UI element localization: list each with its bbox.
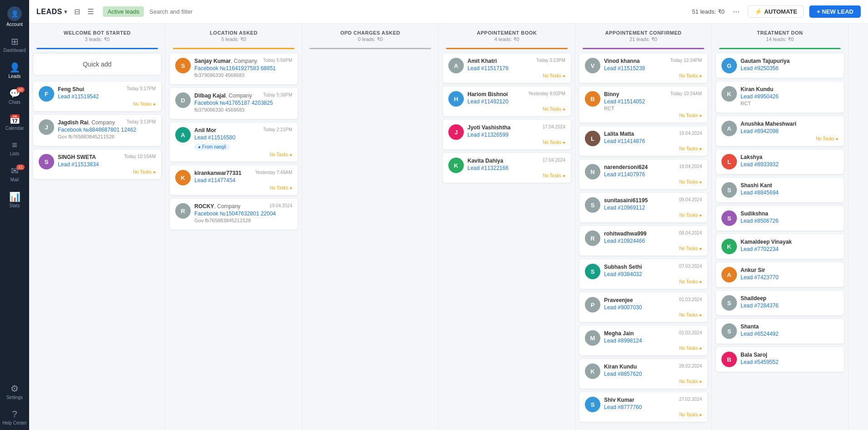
sidebar-item-chats[interactable]: 💬 40 Chats: [0, 83, 29, 109]
card-time: Today 10:16AM: [124, 154, 156, 159]
list-item[interactable]: J Jyoti Vashishtha 17.04.2024 Lead #1132…: [442, 119, 571, 150]
sidebar-item-help[interactable]: ? Help Center: [0, 404, 29, 430]
card-time: 08.04.2024: [679, 230, 702, 235]
list-item[interactable]: G Gautam Tajupuriya Lead #9250356: [716, 53, 844, 78]
list-item[interactable]: P Praveenjee 01.03.2024 Lead #9007030 No…: [579, 292, 708, 322]
sidebar-item-dashboard[interactable]: ⊞ Dashboard: [0, 31, 29, 57]
card-sub: fb379086330 4568683: [194, 107, 292, 113]
list-item[interactable]: B Binny Today 10:34AM Lead #11514052 RCT…: [579, 86, 708, 123]
list-item[interactable]: S Shiv Kumar 27.02.2024 Lead #8777760 No…: [579, 392, 708, 422]
card-time: 19.04.2024: [269, 203, 292, 208]
list-item[interactable]: K Kiran Kundu 28.02.2024 Lead #8857620 N…: [579, 358, 708, 389]
card-lead: Lead #8777760: [604, 404, 702, 410]
card-footer: No Tasks ●: [604, 146, 702, 151]
list-item[interactable]: S sunitasaini61195 09.04.2024 Lead #1096…: [579, 192, 708, 223]
list-item[interactable]: L Lalita Matta 19.04.2024 Lead #11414876…: [579, 126, 708, 156]
card-inner: S Sanjay Kumar, Company Today 5:56PM Fac…: [175, 58, 292, 80]
list-item[interactable]: S SINGH SWETA Today 10:16AM Lead #115138…: [33, 149, 162, 179]
avatar: D: [175, 92, 191, 108]
dashboard-icon: ⊞: [11, 36, 19, 47]
list-item[interactable]: S Subhash Sethi 07.03.2024 Lead #9384032…: [579, 259, 708, 289]
card-name: Kiran Kundu: [741, 86, 773, 92]
card-time: Today 5:56PM: [263, 58, 292, 63]
search-input[interactable]: [149, 8, 686, 15]
list-item[interactable]: S Sanjay Kumar, Company Today 5:56PM Fac…: [169, 53, 298, 85]
card-time: Today 5:38PM: [263, 92, 292, 97]
list-item[interactable]: K Kiran Kundu Lead #8950426 RCT: [716, 81, 844, 113]
list-item[interactable]: S Sudikshna Lead #8506726: [716, 205, 844, 231]
sidebar-item-leads[interactable]: 👤 Leads: [0, 57, 29, 83]
list-item[interactable]: K Kamaldeep Vinayak Lead #7702234: [716, 234, 844, 259]
list-item[interactable]: F Feng Shui Today 5:17PM Lead #11519542 …: [33, 81, 162, 112]
list-item[interactable]: B Bala Saroj Lead #5459552: [716, 347, 844, 372]
more-options-button[interactable]: ···: [730, 6, 742, 17]
card-inner: A Amit Khatri Today 3:23PM Lead #1151717…: [448, 58, 565, 78]
list-item[interactable]: R rohitwadhwa999 08.04.2024 Lead #109244…: [579, 225, 708, 256]
quick-add-card[interactable]: Quick add: [33, 53, 162, 76]
card-footer: No Tasks ●: [467, 173, 565, 178]
card-inner: A Anushka Maheshwari Lead #8942098 No Ta…: [721, 121, 838, 141]
avatar: K: [175, 170, 191, 185]
list-item[interactable]: R ROCKY, Company 19.04.2024 Facebook №15…: [169, 198, 298, 230]
card-content: Feng Shui Today 5:17PM Lead #11519542 No…: [58, 86, 156, 107]
automate-button[interactable]: ⚡ AUTOMATE: [748, 5, 804, 18]
card-header: Shiv Kumar 27.02.2024: [604, 397, 702, 403]
card-footer: No Tasks ●: [58, 102, 156, 107]
kanban-view-button[interactable]: ⊟: [72, 5, 82, 18]
card-content: Anil Mor Today 2:21PM Lead #11516580 ●Fr…: [194, 127, 292, 157]
menu-view-button[interactable]: ☰: [86, 5, 96, 18]
avatar: R: [585, 230, 600, 246]
list-item[interactable]: A Ankur Sir Lead #7423770: [716, 262, 844, 287]
no-tasks: No Tasks ●: [543, 140, 565, 145]
card-lead: Lead #11322166: [467, 165, 565, 171]
list-item[interactable]: V Vinod khanna Today 12:34PM Lead #11515…: [579, 53, 708, 83]
card-sub: Gov fb765883845211528: [58, 134, 156, 139]
card-inner: K Kamaldeep Vinayak Lead #7702234: [721, 239, 838, 254]
card-footer: No Tasks ●: [604, 312, 702, 317]
list-item[interactable]: N narendersoni624 19.04.2024 Lead #11407…: [579, 159, 708, 189]
list-item[interactable]: A Anushka Maheshwari Lead #8942098 No Ta…: [716, 116, 844, 146]
new-lead-button[interactable]: + NEW LEAD: [809, 5, 861, 18]
avatar: K: [448, 158, 464, 173]
column-title: OPD CHARGES ASKED: [310, 30, 431, 36]
list-item[interactable]: K kirankanwar77331 Yesterday 7:48AM Lead…: [169, 165, 298, 195]
column-subtitle: 3 leads: ₹0: [36, 36, 158, 42]
list-item[interactable]: J Jagdish Rai, Company Today 3:13PM Face…: [33, 114, 162, 146]
card-content: Vinod khanna Today 12:34PM Lead #1151523…: [604, 58, 702, 78]
card-footer: No Tasks ●: [58, 169, 156, 174]
column-body-treatment-done: G Gautam Tajupuriya Lead #9250356 K: [712, 49, 848, 430]
column-title: TREATMENT DON: [719, 30, 841, 36]
list-item[interactable]: D Dilbag Kajal, Company Today 5:38PM Fac…: [169, 87, 298, 119]
card-inner: D Dilbag Kajal, Company Today 5:38PM Fac…: [175, 92, 292, 114]
card-header: Megha Jain 01.03.2024: [604, 330, 702, 337]
list-item[interactable]: S Shaildeep Lead #7284376: [716, 290, 844, 316]
avatar: S: [721, 210, 737, 226]
list-item[interactable]: A Anil Mor Today 2:21PM Lead #11516580 ●…: [169, 122, 298, 162]
sidebar-label-mail: Mail: [10, 177, 19, 182]
card-name: SINGH SWETA: [58, 154, 96, 160]
card-header: ROCKY, Company 19.04.2024: [194, 203, 292, 210]
card-lead: Lead #9384032: [604, 271, 702, 277]
no-tasks: No Tasks ●: [816, 136, 838, 141]
sidebar-item-mail[interactable]: ✉ 11 Mail: [0, 161, 29, 187]
sidebar-item-account[interactable]: 👤 Account: [0, 0, 29, 31]
list-item[interactable]: L Lakshya Lead #8933932: [716, 149, 844, 174]
list-item[interactable]: H Hariom Bishnoi Yesterday 9:02PM Lead #…: [442, 86, 571, 117]
card-content: Jyoti Vashishtha 17.04.2024 Lead #113265…: [467, 124, 565, 145]
card-content: Kavita Dahiya 17.04.2024 Lead #11322166 …: [467, 158, 565, 178]
card-content: kirankanwar77331 Yesterday 7:48AM Lead #…: [194, 170, 292, 190]
sidebar-item-settings[interactable]: ⚙ Settings: [0, 379, 29, 404]
column-body-welcome-bot: Quick add F Feng Shui Today 5:17PM Lead …: [29, 49, 165, 430]
list-item[interactable]: K Kavita Dahiya 17.04.2024 Lead #1132216…: [442, 153, 571, 183]
card-content: Lalita Matta 19.04.2024 Lead #11414876 N…: [604, 131, 702, 151]
list-item[interactable]: M Megha Jain 01.03.2024 Lead #8998124 No…: [579, 325, 708, 356]
column-subtitle: 21 leads: ₹0: [583, 36, 704, 42]
list-item[interactable]: S Shashi Kant Lead #8845694: [716, 177, 844, 203]
card-footer: No Tasks ●: [467, 140, 565, 145]
sidebar-item-lists[interactable]: ≡ Lists: [0, 135, 29, 161]
active-leads-filter-button[interactable]: Active leads: [103, 6, 144, 17]
list-item[interactable]: S Shanta Lead #6524492: [716, 318, 844, 344]
list-item[interactable]: A Amit Khatri Today 3:23PM Lead #1151717…: [442, 53, 571, 83]
sidebar-item-stats[interactable]: 📊 Stats: [0, 187, 29, 213]
sidebar-item-calendar[interactable]: 📅 Calendar: [0, 109, 29, 135]
